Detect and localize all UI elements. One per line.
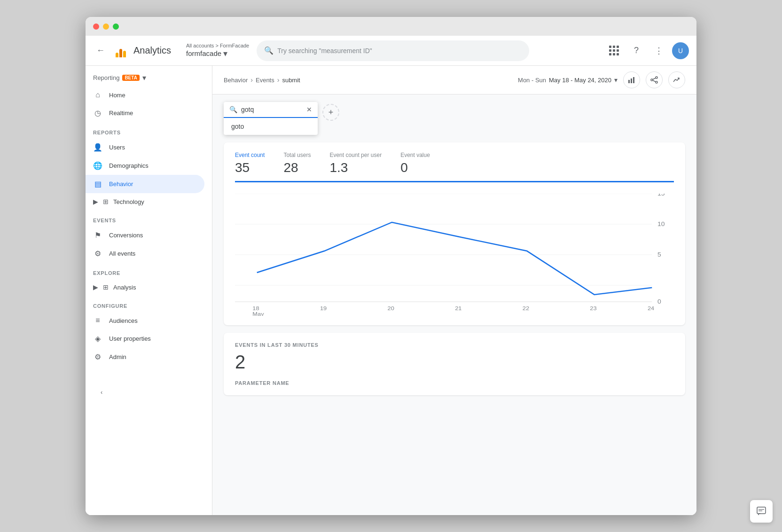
breadcrumb-sep-2: ›	[277, 76, 280, 84]
reporting-header[interactable]: Reporting BETA ▾	[86, 66, 212, 86]
line-chart-container: 15 10 5 0 18 May 19 20 21 22 23	[235, 194, 674, 316]
metric-event-count-label: Event count	[235, 152, 265, 158]
svg-rect-0	[628, 80, 630, 83]
sidebar-item-demographics[interactable]: 🌐 Demographics	[86, 156, 204, 175]
audiences-icon: ≡	[93, 316, 102, 325]
search-dropdown: 🔍 gotq ✕ goto	[224, 102, 318, 135]
help-button[interactable]: ?	[627, 41, 646, 60]
svg-point-3	[656, 77, 657, 78]
home-icon: ⌂	[93, 91, 102, 99]
sidebar-item-user-properties[interactable]: ◈ User properties	[86, 329, 204, 348]
sidebar-item-label: Realtime	[109, 110, 133, 117]
metric-event-value-label: Event value	[400, 152, 430, 158]
search-placeholder: Try searching "measurement ID"	[277, 47, 372, 55]
metrics-row: Event count 35 Total users 28 Event coun…	[235, 152, 674, 182]
sidebar-item-audiences[interactable]: ≡ Audiences	[86, 312, 204, 329]
global-search[interactable]: 🔍 Try searching "measurement ID"	[257, 40, 529, 61]
svg-point-5	[656, 81, 657, 83]
svg-text:10: 10	[657, 221, 665, 227]
add-segment-button[interactable]: +	[322, 104, 339, 121]
beta-badge: BETA	[122, 75, 139, 81]
expand-arrow-icon: ▶	[93, 198, 98, 205]
main-area: Reporting BETA ▾ ⌂ Home ◷ Realtime REPOR…	[86, 66, 696, 515]
breadcrumb-sep-1: ›	[250, 76, 253, 84]
breadcrumb-behavior[interactable]: Behavior	[224, 77, 248, 84]
back-button[interactable]: ←	[93, 43, 108, 58]
svg-line-7	[653, 80, 656, 82]
sidebar-item-label: Analysis	[113, 284, 136, 291]
svg-text:22: 22	[523, 305, 530, 312]
events-section-label: EVENTS	[86, 210, 212, 226]
sidebar-item-label: Audiences	[109, 317, 138, 324]
search-clear-button[interactable]: ✕	[306, 106, 312, 113]
events-last-30-section: EVENTS IN LAST 30 MINUTES 2 PARAMETER NA…	[224, 333, 685, 395]
svg-text:24: 24	[648, 305, 655, 312]
line-chart: 15 10 5 0 18 May 19 20 21 22 23	[235, 194, 674, 316]
svg-text:20: 20	[388, 305, 395, 312]
search-dropdown-container: 🔍 gotq ✕ goto +	[212, 94, 696, 135]
events-last-30-label: EVENTS IN LAST 30 MINUTES	[235, 342, 674, 348]
sidebar-item-analysis[interactable]: ▶ ⊞ Analysis	[86, 279, 204, 296]
metric-event-count-per-user[interactable]: Event count per user 1.3	[329, 152, 382, 175]
account-chevron-icon: ▾	[223, 48, 227, 59]
sidebar-item-technology[interactable]: ▶ ⊞ Technology	[86, 193, 204, 210]
minimize-button[interactable]	[103, 23, 109, 30]
metric-event-value-value: 0	[400, 160, 430, 175]
svg-text:18: 18	[252, 305, 259, 312]
svg-line-6	[653, 78, 656, 79]
more-options-button[interactable]: ⋮	[649, 41, 668, 60]
sidebar-item-label: Users	[109, 144, 125, 151]
sidebar-item-conversions[interactable]: ⚑ Conversions	[86, 226, 204, 244]
sidebar-item-realtime[interactable]: ◷ Realtime	[86, 104, 204, 122]
maximize-button[interactable]	[113, 23, 119, 30]
metric-total-users[interactable]: Total users 28	[283, 152, 311, 175]
search-result-goto[interactable]: goto	[224, 118, 318, 135]
sidebar-item-admin[interactable]: ⚙ Admin	[86, 348, 204, 366]
avatar[interactable]: U	[672, 42, 689, 59]
search-input[interactable]: gotq	[241, 106, 303, 113]
svg-text:May: May	[252, 311, 264, 316]
svg-rect-2	[633, 77, 634, 83]
title-bar	[86, 17, 696, 36]
date-range-label: Mon - Sun	[518, 77, 546, 84]
sidebar-item-users[interactable]: 👤 Users	[86, 138, 204, 156]
metric-event-value[interactable]: Event value 0	[400, 152, 430, 175]
chart-section: Event count 35 Total users 28 Event coun…	[224, 142, 685, 325]
account-selector[interactable]: formfacade ▾	[186, 48, 249, 59]
conversions-icon: ⚑	[93, 231, 102, 240]
share-button[interactable]	[646, 71, 663, 88]
trend-button[interactable]	[668, 71, 685, 88]
search-input-icon: 🔍	[229, 106, 237, 113]
collapse-sidebar-button[interactable]: ‹	[93, 381, 204, 403]
breadcrumb-events[interactable]: Events	[256, 77, 274, 84]
sidebar-item-behavior[interactable]: ▤ Behavior	[86, 175, 204, 193]
metric-event-count[interactable]: Event count 35	[235, 152, 265, 182]
svg-point-4	[651, 79, 653, 81]
date-range-value: May 18 - May 24, 2020	[549, 77, 611, 84]
chart-type-button[interactable]	[623, 71, 640, 88]
date-range-selector[interactable]: Mon - Sun May 18 - May 24, 2020 ▾	[518, 76, 618, 84]
svg-text:15: 15	[657, 194, 665, 197]
metric-total-users-label: Total users	[283, 152, 311, 158]
param-name-label: PARAMETER NAME	[235, 380, 674, 386]
grid-icon-button[interactable]	[604, 41, 623, 60]
reporting-label: Reporting	[93, 74, 119, 81]
collapse-icon: ‹	[101, 389, 102, 396]
svg-rect-1	[631, 78, 632, 83]
sidebar-item-label: Demographics	[109, 162, 149, 169]
sidebar-item-label: Conversions	[109, 232, 143, 239]
sidebar-item-label: Home	[109, 92, 125, 99]
behavior-icon: ▤	[93, 180, 102, 188]
sidebar: Reporting BETA ▾ ⌂ Home ◷ Realtime REPOR…	[86, 66, 212, 515]
analysis-icon: ⊞	[101, 283, 110, 291]
sidebar-item-home[interactable]: ⌂ Home	[86, 86, 204, 104]
sidebar-item-label: Technology	[113, 198, 144, 205]
search-input-row: 🔍 gotq ✕	[224, 102, 318, 118]
search-icon: 🔍	[264, 46, 274, 55]
all-events-icon: ⚙	[93, 249, 102, 258]
sidebar-item-all-events[interactable]: ⚙ All events	[86, 244, 204, 263]
reports-section-label: REPORTS	[86, 122, 212, 138]
close-button[interactable]	[93, 23, 99, 30]
svg-text:5: 5	[657, 251, 661, 258]
account-path: All accounts > FormFacade	[186, 43, 249, 48]
